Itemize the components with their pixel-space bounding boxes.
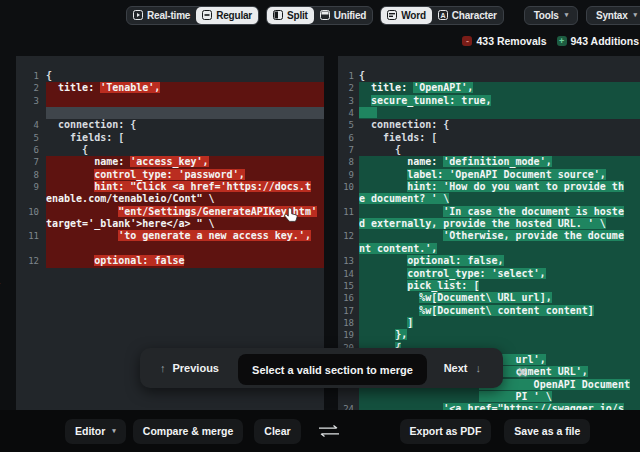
chevron-down-icon: ▾ bbox=[112, 427, 116, 435]
line-number: 15 bbox=[338, 280, 359, 292]
line-number: 1 bbox=[338, 70, 359, 82]
unified-label: Unified bbox=[334, 10, 367, 21]
code-line: 7 { bbox=[338, 144, 640, 156]
line-number: 14 bbox=[338, 268, 359, 280]
code-line[interactable]: 15 pick_list: [ bbox=[338, 280, 640, 292]
compare-merge-button[interactable]: Compare & merge bbox=[133, 419, 243, 444]
code-line: 1{ bbox=[338, 70, 640, 82]
code-text: nt content.', bbox=[359, 243, 640, 255]
code-text bbox=[46, 95, 324, 107]
code-line[interactable]: 3 bbox=[16, 95, 324, 107]
code-text bbox=[46, 107, 324, 119]
code-line[interactable]: e document? ' \ bbox=[338, 193, 640, 205]
line-number: 9 bbox=[338, 169, 359, 181]
diff-summary: - 433 Removals + 943 Additions bbox=[462, 35, 639, 47]
line-number: 4 bbox=[16, 119, 46, 131]
editor-menu-button[interactable]: Editor ▾ bbox=[65, 419, 126, 444]
code-text: 'Otherwise, provide the docume bbox=[359, 230, 640, 242]
realtime-button[interactable]: Real-time bbox=[127, 7, 196, 24]
clear-button[interactable]: Clear bbox=[254, 419, 300, 444]
code-line[interactable]: 11 'In case the document is hoste bbox=[338, 206, 640, 218]
line-number: 10 bbox=[338, 181, 359, 193]
code-line[interactable]: 18 ] bbox=[338, 317, 640, 329]
code-line[interactable]: PI ' \ bbox=[338, 391, 640, 403]
code-line[interactable]: 2 title: 'Tenable', bbox=[16, 82, 324, 94]
line-number: 10 bbox=[16, 206, 46, 218]
split-icon bbox=[273, 10, 283, 20]
svg-text:A: A bbox=[440, 12, 445, 19]
regular-label: Regular bbox=[216, 10, 252, 21]
code-line[interactable]: 13 optional: false, bbox=[338, 255, 640, 267]
line-number: 13 bbox=[338, 255, 359, 267]
editor-label: Editor bbox=[75, 425, 105, 437]
regular-button[interactable]: Regular bbox=[196, 7, 258, 24]
line-number: 8 bbox=[16, 169, 46, 181]
previous-section-button[interactable]: ↑ Previous bbox=[160, 362, 219, 374]
line-number: 6 bbox=[16, 144, 46, 156]
line-number bbox=[16, 243, 46, 255]
line-number: 12 bbox=[16, 255, 46, 267]
line-number bbox=[338, 193, 359, 205]
export-pdf-button[interactable]: Export as PDF bbox=[400, 419, 492, 444]
line-number: 24 bbox=[338, 403, 359, 410]
code-line[interactable]: 8 control_type: 'password', bbox=[16, 169, 324, 181]
code-text: name: 'access_key', bbox=[46, 156, 324, 168]
code-line[interactable]: 4 bbox=[338, 107, 640, 119]
code-line[interactable] bbox=[16, 243, 324, 255]
previous-label: Previous bbox=[173, 362, 219, 374]
code-text: d externally, provide the hosted URL. ' … bbox=[359, 218, 640, 230]
code-line[interactable]: 12 optional: false bbox=[16, 255, 324, 267]
code-line[interactable]: target='_blank'>here</a> " \ bbox=[16, 218, 324, 230]
code-line[interactable]: 2 title: 'OpenAPI', bbox=[338, 82, 640, 94]
code-line[interactable]: 11 'to generate a new access key.', bbox=[16, 230, 324, 242]
character-button[interactable]: A Character bbox=[432, 7, 503, 24]
line-number bbox=[16, 218, 46, 230]
unified-button[interactable]: Unified bbox=[314, 7, 373, 24]
layout-toggle-group: Split Unified bbox=[266, 6, 373, 25]
swap-panes-icon[interactable] bbox=[316, 424, 342, 438]
code-line[interactable]: 10 hint: 'How do you want to provide th bbox=[338, 181, 640, 193]
tools-menu-button[interactable]: Tools ▾ bbox=[524, 6, 578, 25]
split-button[interactable]: Split bbox=[267, 7, 314, 24]
line-number: 6 bbox=[338, 132, 359, 144]
code-line[interactable]: 9 hint: "Click <a href='https://docs.t bbox=[16, 181, 324, 193]
split-label: Split bbox=[287, 10, 308, 21]
code-line[interactable]: 12 'Otherwise, provide the docume bbox=[338, 230, 640, 242]
code-line[interactable]: 9 label: 'OpenAPI Document source', bbox=[338, 169, 640, 181]
character-icon: A bbox=[438, 10, 448, 20]
bottom-toolbar: Editor ▾ Compare & merge Clear Export as… bbox=[0, 410, 640, 452]
code-text: e document? ' \ bbox=[359, 193, 640, 205]
line-number: 3 bbox=[338, 95, 359, 107]
syntax-menu-button[interactable]: Syntax ▾ bbox=[586, 6, 640, 25]
code-line: 6 fields: [ bbox=[338, 132, 640, 144]
line-number: 18 bbox=[338, 317, 359, 329]
code-line[interactable]: 8 name: 'definition_mode', bbox=[338, 156, 640, 168]
code-line: 4 connection: { bbox=[16, 119, 324, 131]
code-text: fields: [ bbox=[46, 132, 324, 144]
unified-icon bbox=[320, 10, 330, 20]
code-line[interactable]: d externally, provide the hosted URL. ' … bbox=[338, 218, 640, 230]
line-number: 9 bbox=[16, 181, 46, 193]
code-line[interactable]: 24 '<a href="https://swagger.io/s bbox=[338, 403, 640, 410]
next-section-button[interactable]: Next ↓ bbox=[444, 362, 481, 374]
code-line[interactable]: 19 }, bbox=[338, 329, 640, 341]
left-edge-strip: › bbox=[0, 56, 16, 410]
code-line[interactable]: 14 control_type: 'select', bbox=[338, 268, 640, 280]
code-line[interactable]: enable.com/tenableio/Cont" \ bbox=[16, 193, 324, 205]
code-text: 'to generate a new access key.', bbox=[46, 230, 324, 242]
line-number: 17 bbox=[338, 305, 359, 317]
code-line[interactable]: 3 secure_tunnel: true, bbox=[338, 95, 640, 107]
code-line[interactable]: 7 name: 'access_key', bbox=[16, 156, 324, 168]
save-file-button[interactable]: Save as a file bbox=[504, 419, 590, 444]
code-line[interactable]: 17 %w[Document\ content content] bbox=[338, 305, 640, 317]
next-label: Next bbox=[444, 362, 468, 374]
word-button[interactable]: Word bbox=[381, 7, 432, 24]
code-text: %w[Document\ URL url], bbox=[359, 292, 640, 304]
code-text: PI ' \ bbox=[359, 391, 640, 403]
code-text: { bbox=[359, 70, 640, 82]
code-line[interactable]: 10 "ent/Settings/GenerateAPIKey.htm' bbox=[16, 206, 324, 218]
arrow-down-icon: ↓ bbox=[476, 362, 482, 374]
code-line[interactable]: nt content.', bbox=[338, 243, 640, 255]
removal-icon: - bbox=[462, 36, 472, 46]
code-line[interactable]: 16 %w[Document\ URL url], bbox=[338, 292, 640, 304]
